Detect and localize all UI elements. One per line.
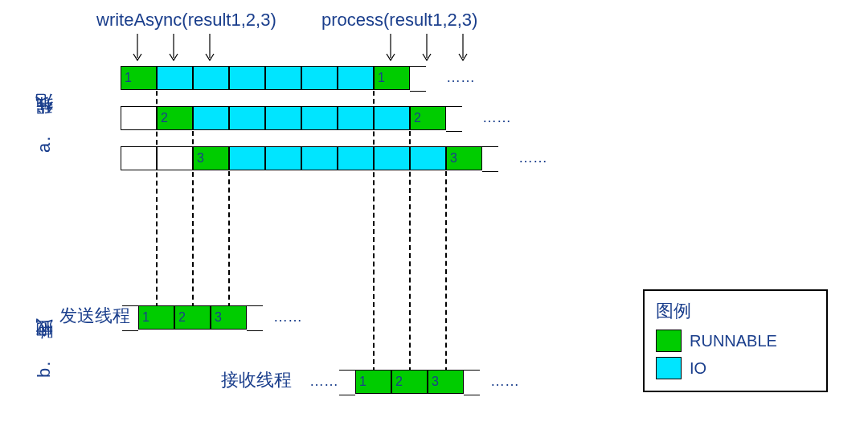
timeline-cell: [265, 107, 301, 129]
timeline-cell: 3: [428, 371, 464, 393]
timeline-cell: [229, 107, 265, 129]
timeline-cell: [265, 147, 301, 170]
timeline-cell: [301, 67, 338, 89]
timeline-cell: [265, 67, 301, 89]
guide-line: [445, 171, 447, 372]
timeline-cell: [338, 147, 374, 170]
legend-title: 图例: [656, 299, 815, 323]
legend: 图例 RUNNABLE IO: [643, 289, 828, 392]
timeline-cell: [338, 67, 374, 89]
timeline-cell: [157, 67, 193, 89]
section-a-label: a. 线程池: [32, 56, 56, 153]
timeline-cell: [229, 67, 265, 89]
ellipsis: ……: [309, 373, 338, 390]
send-thread-label: 发送线程: [59, 304, 130, 328]
ellipsis: ……: [446, 69, 475, 86]
timeline-cell: 2: [410, 107, 446, 129]
timeline-cell: [301, 147, 338, 170]
ellipsis: ……: [482, 109, 511, 126]
timeline-cell: [157, 147, 193, 170]
guide-line: [409, 131, 411, 372]
timeline-cell: 3: [193, 147, 229, 170]
timeline-cell: [121, 107, 157, 129]
timeline-cell: 2: [391, 371, 428, 393]
timeline-cell: 1: [355, 371, 391, 393]
recv-thread-row: 123: [355, 370, 464, 394]
timeline-cell: [374, 147, 410, 170]
guide-line: [192, 131, 194, 308]
guide-line: [156, 91, 158, 308]
guide-line: [373, 91, 375, 372]
legend-label: IO: [690, 359, 706, 378]
legend-item-io: IO: [656, 357, 815, 379]
section-b-label: b. 响应式: [32, 281, 56, 378]
timeline-cell: [193, 107, 229, 129]
guide-line: [228, 171, 230, 308]
diagram-canvas: a. 线程池 b. 响应式 writeAsync(result1,2,3) pr…: [0, 0, 868, 430]
threadpool-row-1: 11: [121, 66, 410, 90]
ellipsis: ……: [490, 373, 519, 390]
timeline-cell: 2: [174, 306, 211, 329]
threadpool-row-3: 33: [121, 146, 482, 170]
timeline-cell: [121, 147, 157, 170]
send-thread-row: 123: [138, 305, 247, 330]
legend-label: RUNNABLE: [690, 332, 777, 350]
label-process: process(result1,2,3): [321, 10, 477, 31]
timeline-cell: [229, 147, 265, 170]
timeline-cell: [301, 107, 338, 129]
timeline-cell: [410, 147, 446, 170]
timeline-cell: 3: [446, 147, 482, 170]
timeline-cell: 3: [211, 306, 247, 329]
timeline-cell: [374, 107, 410, 129]
timeline-cell: 1: [121, 67, 157, 89]
legend-swatch-io: [656, 357, 682, 379]
legend-item-runnable: RUNNABLE: [656, 330, 815, 352]
legend-swatch-runnable: [656, 330, 682, 352]
timeline-cell: [338, 107, 374, 129]
timeline-cell: 2: [157, 107, 193, 129]
recv-thread-label: 接收线程: [221, 368, 292, 392]
timeline-cell: [193, 67, 229, 89]
ellipsis: ……: [518, 149, 547, 166]
timeline-cell: 1: [374, 67, 410, 89]
label-writeasync: writeAsync(result1,2,3): [96, 10, 276, 31]
threadpool-row-2: 22: [121, 106, 446, 130]
timeline-cell: 1: [138, 306, 174, 329]
ellipsis: ……: [273, 309, 302, 326]
